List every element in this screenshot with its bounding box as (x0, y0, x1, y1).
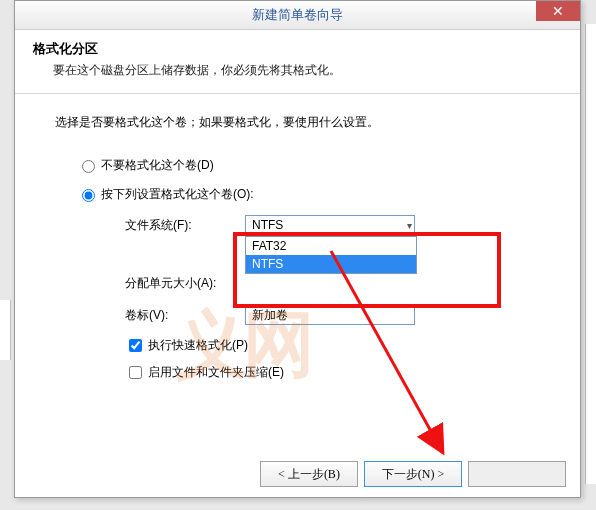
volume-label-input[interactable] (245, 305, 415, 325)
check-quick-format-label: 执行快速格式化(P) (148, 337, 248, 354)
row-volume-label: 卷标(V): (125, 304, 540, 326)
filesystem-dropdown: FAT32 NTFS (245, 236, 417, 274)
filesystem-select[interactable]: NTFS ▾ FAT32 NTFS (245, 215, 415, 235)
back-button[interactable]: < 上一步(B) (260, 461, 358, 487)
check-quick-format[interactable]: 执行快速格式化(P) (125, 336, 540, 355)
radio-no-format-label: 不要格式化这个卷(D) (101, 157, 214, 174)
option-ntfs[interactable]: NTFS (246, 255, 416, 273)
header-title: 格式化分区 (33, 40, 562, 58)
wizard-body: 义网 选择是否要格式化这个卷；如果要格式化，要使用什么设置。 不要格式化这个卷(… (15, 94, 580, 454)
blank-button[interactable] (468, 461, 566, 487)
background-window-edge-left (0, 300, 11, 360)
background-window-edge (585, 24, 596, 484)
close-button[interactable]: ✕ (536, 1, 580, 21)
window-title: 新建简单卷向导 (15, 6, 580, 24)
close-icon: ✕ (552, 4, 564, 18)
format-fields: 文件系统(F): NTFS ▾ FAT32 NTFS 分配单元大小(A): 卷标… (125, 214, 540, 382)
wizard-footer: < 上一步(B) 下一步(N) > (260, 461, 566, 487)
row-filesystem: 文件系统(F): NTFS ▾ FAT32 NTFS (125, 214, 540, 236)
prompt-text: 选择是否要格式化这个卷；如果要格式化，要使用什么设置。 (55, 114, 540, 131)
chevron-down-icon: ▾ (407, 220, 412, 231)
radio-no-format[interactable]: 不要格式化这个卷(D) (77, 157, 540, 174)
next-button[interactable]: 下一步(N) > (364, 461, 462, 487)
radio-do-format-input[interactable] (82, 189, 95, 202)
wizard-window: 新建简单卷向导 ✕ 格式化分区 要在这个磁盘分区上储存数据，你必须先将其格式化。… (14, 0, 581, 498)
filesystem-value: NTFS (252, 218, 283, 232)
radio-do-format[interactable]: 按下列设置格式化这个卷(O): (77, 186, 540, 203)
header-subtitle: 要在这个磁盘分区上储存数据，你必须先将其格式化。 (53, 62, 562, 79)
filesystem-label: 文件系统(F): (125, 217, 245, 234)
option-fat32[interactable]: FAT32 (246, 237, 416, 255)
check-quick-format-input[interactable] (129, 339, 142, 352)
volume-label-label: 卷标(V): (125, 307, 245, 324)
radio-do-format-label: 按下列设置格式化这个卷(O): (101, 186, 254, 203)
check-compress-input[interactable] (129, 366, 142, 379)
titlebar: 新建简单卷向导 ✕ (15, 1, 580, 30)
wizard-header: 格式化分区 要在这个磁盘分区上储存数据，你必须先将其格式化。 (15, 30, 580, 94)
row-allocation: 分配单元大小(A): (125, 272, 540, 294)
check-compress[interactable]: 启用文件和文件夹压缩(E) (125, 363, 540, 382)
allocation-label: 分配单元大小(A): (125, 275, 245, 292)
check-compress-label: 启用文件和文件夹压缩(E) (148, 364, 284, 381)
radio-no-format-input[interactable] (82, 160, 95, 173)
